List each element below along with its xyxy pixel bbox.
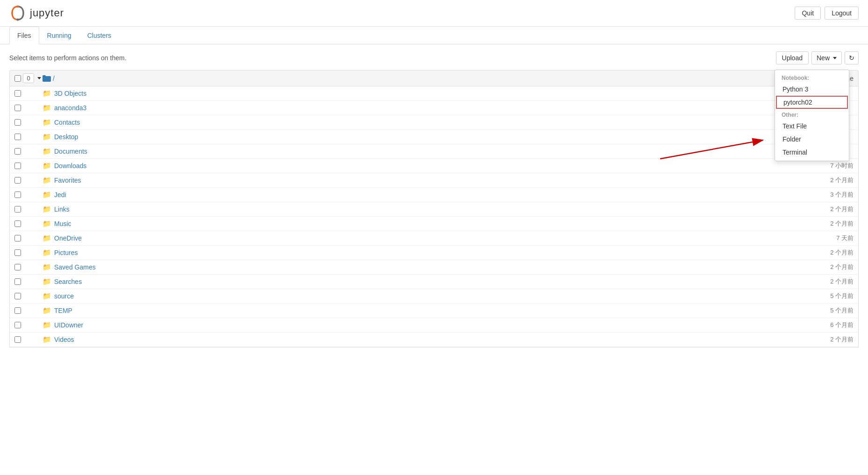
row-checkbox[interactable] xyxy=(14,206,21,213)
table-row: 📁 Desktop xyxy=(10,130,858,144)
file-link[interactable]: 📁 OneDrive xyxy=(43,234,797,242)
header-path-col: / xyxy=(43,75,797,82)
file-name: OneDrive xyxy=(54,234,82,242)
selected-count: 0 xyxy=(23,73,34,83)
file-name: Music xyxy=(54,220,71,227)
row-checkbox[interactable] xyxy=(14,249,21,256)
file-date: 5 个月前 xyxy=(797,292,854,300)
row-checkbox[interactable] xyxy=(14,191,21,198)
tab-clusters[interactable]: Clusters xyxy=(79,27,119,44)
upload-button[interactable]: Upload xyxy=(776,51,809,64)
new-dropdown: Notebook: Python 3 pytorch02 Other: Text… xyxy=(775,70,849,161)
table-row: 📁 OneDrive 7 天前 xyxy=(10,231,858,246)
row-checkbox[interactable] xyxy=(14,278,21,285)
folder-icon: 📁 xyxy=(43,118,51,127)
tab-running[interactable]: Running xyxy=(39,27,79,44)
file-link[interactable]: 📁 UIDowner xyxy=(43,321,797,329)
dropdown-menu: Notebook: Python 3 pytorch02 Other: Text… xyxy=(775,70,849,161)
file-name: Jedi xyxy=(54,191,66,199)
file-name: Pictures xyxy=(54,249,78,256)
file-link[interactable]: 📁 Jedi xyxy=(43,191,797,199)
refresh-button[interactable]: ↻ xyxy=(845,51,859,64)
dropdown-terminal[interactable]: Terminal xyxy=(775,146,849,159)
file-name: Desktop xyxy=(54,133,78,141)
row-checkbox[interactable] xyxy=(14,148,21,155)
file-link[interactable]: 📁 3D Objects xyxy=(43,89,797,98)
svg-point-0 xyxy=(17,6,19,8)
table-row: 📁 TEMP 5 个月前 xyxy=(10,304,858,318)
file-link[interactable]: 📁 Downloads xyxy=(43,162,797,170)
file-link[interactable]: 📁 Saved Games xyxy=(43,263,797,271)
folder-icon: 📁 xyxy=(43,176,51,184)
file-link[interactable]: 📁 Desktop xyxy=(43,133,797,141)
file-link[interactable]: 📁 Searches xyxy=(43,277,797,286)
row-checkbox[interactable] xyxy=(14,220,21,227)
folder-icon: 📁 xyxy=(43,335,51,344)
row-checkbox[interactable] xyxy=(14,235,21,241)
table-row: 📁 3D Objects xyxy=(10,86,858,101)
row-checkbox[interactable] xyxy=(14,307,21,314)
toolbar: Select items to perform actions on them.… xyxy=(9,51,859,64)
file-link[interactable]: 📁 anaconda3 xyxy=(43,104,797,112)
row-checkbox[interactable] xyxy=(14,177,21,184)
file-name: Saved Games xyxy=(54,263,96,271)
row-checkbox[interactable] xyxy=(14,105,21,111)
new-button-label: New xyxy=(817,54,830,62)
logout-button[interactable]: Logout xyxy=(825,7,859,20)
row-checkbox[interactable] xyxy=(14,90,21,97)
main-content: Select items to perform actions on them.… xyxy=(0,44,868,354)
row-checkbox[interactable] xyxy=(14,336,21,343)
new-button[interactable]: New xyxy=(811,51,842,64)
file-date: 7 天前 xyxy=(797,234,854,242)
file-link[interactable]: 📁 Videos xyxy=(43,335,797,344)
file-name: source xyxy=(54,292,74,300)
tab-files[interactable]: Files xyxy=(9,27,39,44)
folder-icon: 📁 xyxy=(43,205,51,213)
header-buttons: Quit Logout xyxy=(795,7,859,20)
table-row: 📁 anaconda3 xyxy=(10,101,858,115)
toolbar-actions: Upload New ↻ xyxy=(776,51,859,64)
table-row: 📁 Favorites 2 个月前 xyxy=(10,173,858,188)
file-list: 📁 3D Objects 📁 anaconda3 📁 Contacts xyxy=(9,86,859,347)
file-name: Links xyxy=(54,206,70,213)
row-checkbox[interactable] xyxy=(14,293,21,299)
file-link[interactable]: 📁 TEMP xyxy=(43,306,797,315)
logo-text: jupyter xyxy=(30,7,64,19)
folder-icon: 📁 xyxy=(43,89,51,98)
table-row: 📁 Searches 2 个月前 xyxy=(10,275,858,289)
file-link[interactable]: 📁 Links xyxy=(43,205,797,213)
row-checkbox[interactable] xyxy=(14,134,21,140)
count-dropdown-arrow xyxy=(37,77,41,79)
dropdown-pytorch02[interactable]: pytorch02 xyxy=(776,96,848,109)
file-name: Searches xyxy=(54,278,82,285)
table-row: 📁 Saved Games 2 个月前 xyxy=(10,260,858,275)
toolbar-instruction: Select items to perform actions on them. xyxy=(9,54,127,62)
folder-icon: 📁 xyxy=(43,321,51,329)
row-checkbox[interactable] xyxy=(14,264,21,270)
quit-button[interactable]: Quit xyxy=(795,7,821,20)
row-checkbox[interactable] xyxy=(14,119,21,126)
folder-icon: 📁 xyxy=(43,147,51,156)
table-row: 📁 Downloads 7 小时前 xyxy=(10,159,858,173)
file-name: Documents xyxy=(54,148,87,155)
table-row: 📁 Documents xyxy=(10,144,858,159)
file-link[interactable]: 📁 Pictures xyxy=(43,248,797,257)
file-name: 3D Objects xyxy=(54,90,86,97)
dropdown-text-file[interactable]: Text File xyxy=(775,120,849,133)
row-checkbox[interactable] xyxy=(14,322,21,328)
current-path[interactable]: / xyxy=(53,75,55,82)
file-list-header: 0 / Name xyxy=(9,70,859,86)
row-checkbox[interactable] xyxy=(14,163,21,169)
file-link[interactable]: 📁 Documents xyxy=(43,147,797,156)
file-link[interactable]: 📁 Contacts xyxy=(43,118,797,127)
file-link[interactable]: 📁 source xyxy=(43,292,797,300)
file-link[interactable]: 📁 Favorites xyxy=(43,176,797,184)
header: jupyter Quit Logout xyxy=(0,0,868,27)
select-all-checkbox[interactable] xyxy=(14,75,21,82)
dropdown-folder[interactable]: Folder xyxy=(775,133,849,146)
dropdown-python3[interactable]: Python 3 xyxy=(775,83,849,96)
new-dropdown-arrow xyxy=(833,57,837,59)
file-date: 2 个月前 xyxy=(797,176,854,184)
file-link[interactable]: 📁 Music xyxy=(43,220,797,228)
file-name: Favorites xyxy=(54,177,81,184)
